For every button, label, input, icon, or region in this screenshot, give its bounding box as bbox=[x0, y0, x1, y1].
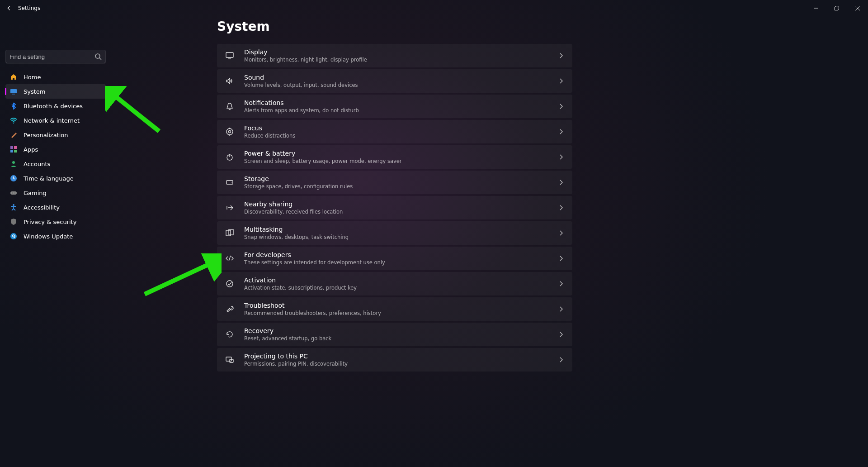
search-input[interactable] bbox=[9, 53, 94, 60]
svg-line-36 bbox=[110, 92, 159, 131]
update-icon bbox=[10, 233, 17, 240]
setting-description: Discoverability, received files location bbox=[244, 209, 558, 215]
close-button[interactable] bbox=[847, 1, 868, 15]
gamepad-icon bbox=[10, 189, 17, 196]
setting-title: Recovery bbox=[244, 327, 558, 335]
setting-troubleshoot[interactable]: TroubleshootRecommended troubleshooters,… bbox=[217, 297, 572, 321]
sidebar-item-label: Accessibility bbox=[24, 204, 60, 211]
svg-point-29 bbox=[231, 182, 232, 182]
setting-display[interactable]: DisplayMonitors, brightness, night light… bbox=[217, 44, 572, 67]
sidebar-item-label: Accounts bbox=[24, 161, 50, 167]
setting-title: Nearby sharing bbox=[244, 200, 558, 209]
titlebar: Settings bbox=[0, 0, 868, 16]
svg-rect-6 bbox=[10, 89, 17, 93]
home-icon bbox=[10, 73, 17, 81]
sidebar-item-windows-update[interactable]: Windows Update bbox=[5, 229, 106, 243]
sidebar-item-label: Apps bbox=[24, 146, 38, 153]
svg-rect-15 bbox=[10, 191, 17, 195]
search-box[interactable] bbox=[5, 50, 106, 63]
sidebar-item-apps[interactable]: Apps bbox=[5, 142, 106, 157]
minimize-button[interactable] bbox=[806, 1, 826, 15]
setting-notifications[interactable]: NotificationsAlerts from apps and system… bbox=[217, 95, 572, 118]
sidebar-item-gaming[interactable]: Gaming bbox=[5, 186, 106, 200]
svg-rect-11 bbox=[10, 150, 13, 152]
chevron-right-icon bbox=[558, 230, 564, 236]
setting-focus[interactable]: FocusReduce distractions bbox=[217, 120, 572, 143]
setting-text: DisplayMonitors, brightness, night light… bbox=[244, 48, 558, 63]
sidebar-item-label: Time & language bbox=[24, 175, 74, 182]
setting-title: Storage bbox=[244, 175, 558, 183]
person-icon bbox=[10, 160, 17, 167]
minimize-icon bbox=[814, 6, 818, 10]
setting-for-developers[interactable]: For developersThese settings are intende… bbox=[217, 247, 572, 270]
settings-list: DisplayMonitors, brightness, night light… bbox=[217, 44, 572, 372]
recovery-icon bbox=[225, 330, 234, 339]
setting-text: Nearby sharingDiscoverability, received … bbox=[244, 200, 558, 215]
setting-title: Sound bbox=[244, 74, 558, 82]
setting-storage[interactable]: StorageStorage space, drives, configurat… bbox=[217, 171, 572, 194]
focus-icon bbox=[225, 127, 234, 136]
annotation-arrow-2 bbox=[140, 253, 222, 299]
sidebar-item-system[interactable]: System bbox=[5, 84, 106, 99]
sidebar-item-label: Bluetooth & devices bbox=[24, 103, 83, 110]
back-button[interactable] bbox=[0, 0, 18, 16]
window-controls bbox=[806, 1, 868, 15]
sidebar-item-accessibility[interactable]: Accessibility bbox=[5, 200, 106, 214]
svg-line-38 bbox=[145, 262, 215, 294]
setting-description: Snap windows, desktops, task switching bbox=[244, 234, 558, 240]
setting-multitasking[interactable]: MultitaskingSnap windows, desktops, task… bbox=[217, 221, 572, 245]
svg-point-16 bbox=[12, 193, 13, 194]
svg-line-5 bbox=[99, 58, 101, 60]
setting-projecting-to-this-pc[interactable]: Projecting to this PCPermissions, pairin… bbox=[217, 348, 572, 372]
wifi-icon bbox=[10, 117, 17, 124]
sidebar-item-label: Gaming bbox=[24, 190, 47, 196]
setting-title: Troubleshoot bbox=[244, 302, 558, 310]
setting-sound[interactable]: SoundVolume levels, output, input, sound… bbox=[217, 69, 572, 93]
svg-rect-12 bbox=[14, 150, 17, 152]
chevron-right-icon bbox=[558, 306, 564, 312]
multi-icon bbox=[225, 229, 234, 238]
setting-description: Screen and sleep, battery usage, power m… bbox=[244, 158, 558, 164]
chevron-right-icon bbox=[558, 255, 564, 262]
chevron-right-icon bbox=[558, 357, 564, 363]
setting-activation[interactable]: ActivationActivation state, subscription… bbox=[217, 272, 572, 295]
share-icon bbox=[225, 203, 234, 212]
setting-title: For developers bbox=[244, 251, 558, 259]
svg-rect-20 bbox=[226, 52, 233, 57]
svg-point-17 bbox=[14, 193, 15, 194]
setting-recovery[interactable]: RecoveryReset, advanced startup, go back bbox=[217, 323, 572, 346]
wrench-icon bbox=[225, 305, 234, 314]
sidebar-item-label: Windows Update bbox=[24, 233, 73, 240]
power-icon bbox=[225, 152, 234, 162]
setting-text: NotificationsAlerts from apps and system… bbox=[244, 99, 558, 114]
setting-description: Reduce distractions bbox=[244, 133, 558, 139]
setting-description: Alerts from apps and system, do not dist… bbox=[244, 107, 558, 114]
sidebar-item-personalization[interactable]: Personalization bbox=[5, 128, 106, 142]
svg-point-32 bbox=[226, 281, 233, 287]
svg-point-13 bbox=[12, 161, 15, 164]
dev-icon bbox=[225, 254, 234, 263]
setting-text: Power & batteryScreen and sleep, battery… bbox=[244, 150, 558, 164]
sidebar-item-network-internet[interactable]: Network & internet bbox=[5, 113, 106, 128]
maximize-button[interactable] bbox=[826, 1, 847, 15]
chevron-right-icon bbox=[558, 129, 564, 135]
sidebar-item-home[interactable]: Home bbox=[5, 70, 106, 84]
sidebar-item-accounts[interactable]: Accounts bbox=[5, 157, 106, 171]
setting-description: Storage space, drives, configuration rul… bbox=[244, 183, 558, 190]
sidebar-item-time-language[interactable]: Time & language bbox=[5, 171, 106, 186]
setting-text: StorageStorage space, drives, configurat… bbox=[244, 175, 558, 190]
setting-title: Projecting to this PC bbox=[244, 353, 558, 361]
setting-power-battery[interactable]: Power & batteryScreen and sleep, battery… bbox=[217, 145, 572, 169]
nav-list: HomeSystemBluetooth & devicesNetwork & i… bbox=[5, 70, 106, 243]
setting-nearby-sharing[interactable]: Nearby sharingDiscoverability, received … bbox=[217, 196, 572, 219]
setting-description: Activation state, subscriptions, product… bbox=[244, 285, 558, 291]
setting-text: ActivationActivation state, subscription… bbox=[244, 276, 558, 291]
sidebar-item-bluetooth-devices[interactable]: Bluetooth & devices bbox=[5, 99, 106, 113]
sound-icon bbox=[225, 76, 234, 86]
bell-icon bbox=[225, 102, 234, 111]
sidebar-item-label: Home bbox=[24, 74, 41, 81]
svg-rect-1 bbox=[835, 7, 838, 10]
display-icon bbox=[225, 51, 234, 60]
sidebar-item-privacy-security[interactable]: Privacy & security bbox=[5, 214, 106, 229]
maximize-icon bbox=[835, 6, 839, 10]
